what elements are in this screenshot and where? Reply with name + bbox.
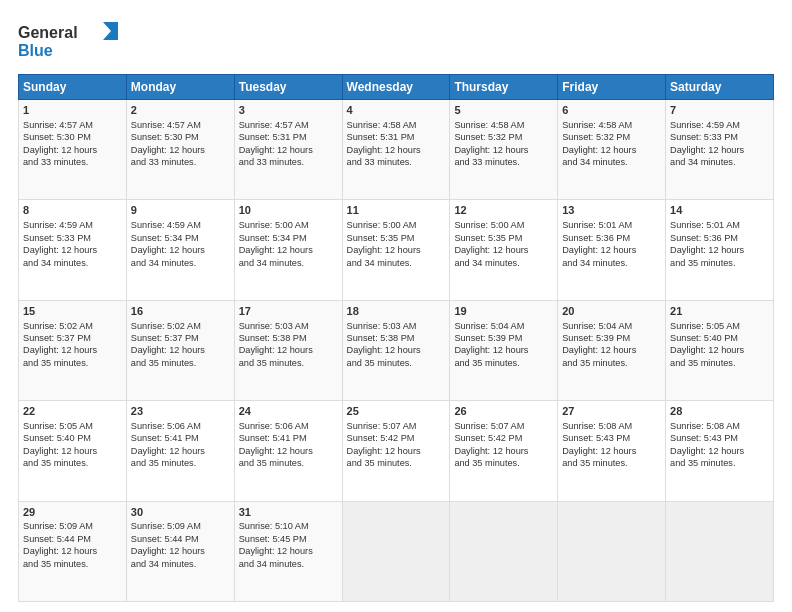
daylight-text: Daylight: 12 hours <box>347 245 421 255</box>
sunset-text: Sunset: 5:39 PM <box>562 333 630 343</box>
daylight-minutes: and 34 minutes. <box>239 559 304 569</box>
daylight-text: Daylight: 12 hours <box>23 446 97 456</box>
sunset-text: Sunset: 5:40 PM <box>670 333 738 343</box>
day-header-tuesday: Tuesday <box>234 75 342 100</box>
sunset-text: Sunset: 5:40 PM <box>23 433 91 443</box>
sunrise-text: Sunrise: 5:07 AM <box>347 421 417 431</box>
sunrise-text: Sunrise: 4:59 AM <box>670 120 740 130</box>
sunset-text: Sunset: 5:42 PM <box>454 433 522 443</box>
sunrise-text: Sunrise: 5:09 AM <box>131 521 201 531</box>
day-number: 24 <box>239 404 338 419</box>
day-number: 1 <box>23 103 122 118</box>
daylight-minutes: and 34 minutes. <box>131 258 196 268</box>
svg-text:General: General <box>18 24 78 41</box>
calendar-cell: 30Sunrise: 5:09 AMSunset: 5:44 PMDayligh… <box>126 501 234 601</box>
day-number: 12 <box>454 203 553 218</box>
sunrise-text: Sunrise: 4:59 AM <box>23 220 93 230</box>
calendar-week-3: 15Sunrise: 5:02 AMSunset: 5:37 PMDayligh… <box>19 300 774 400</box>
daylight-text: Daylight: 12 hours <box>670 446 744 456</box>
sunrise-text: Sunrise: 5:08 AM <box>670 421 740 431</box>
calendar-cell: 24Sunrise: 5:06 AMSunset: 5:41 PMDayligh… <box>234 401 342 501</box>
day-number: 11 <box>347 203 446 218</box>
daylight-minutes: and 35 minutes. <box>23 458 88 468</box>
calendar-cell: 27Sunrise: 5:08 AMSunset: 5:43 PMDayligh… <box>558 401 666 501</box>
day-header-monday: Monday <box>126 75 234 100</box>
day-number: 13 <box>562 203 661 218</box>
daylight-minutes: and 35 minutes. <box>23 358 88 368</box>
daylight-text: Daylight: 12 hours <box>562 345 636 355</box>
daylight-text: Daylight: 12 hours <box>23 245 97 255</box>
sunrise-text: Sunrise: 5:03 AM <box>347 321 417 331</box>
daylight-text: Daylight: 12 hours <box>239 245 313 255</box>
calendar-cell <box>450 501 558 601</box>
daylight-text: Daylight: 12 hours <box>670 145 744 155</box>
sunset-text: Sunset: 5:34 PM <box>131 233 199 243</box>
day-header-sunday: Sunday <box>19 75 127 100</box>
calendar-cell: 11Sunrise: 5:00 AMSunset: 5:35 PMDayligh… <box>342 200 450 300</box>
daylight-minutes: and 35 minutes. <box>562 458 627 468</box>
sunset-text: Sunset: 5:34 PM <box>239 233 307 243</box>
sunset-text: Sunset: 5:33 PM <box>23 233 91 243</box>
calendar-week-2: 8Sunrise: 4:59 AMSunset: 5:33 PMDaylight… <box>19 200 774 300</box>
daylight-text: Daylight: 12 hours <box>454 446 528 456</box>
calendar-cell: 22Sunrise: 5:05 AMSunset: 5:40 PMDayligh… <box>19 401 127 501</box>
sunrise-text: Sunrise: 5:05 AM <box>23 421 93 431</box>
sunrise-text: Sunrise: 4:57 AM <box>239 120 309 130</box>
day-number: 29 <box>23 505 122 520</box>
day-number: 26 <box>454 404 553 419</box>
daylight-minutes: and 33 minutes. <box>454 157 519 167</box>
calendar-cell: 1Sunrise: 4:57 AMSunset: 5:30 PMDaylight… <box>19 100 127 200</box>
calendar-cell: 8Sunrise: 4:59 AMSunset: 5:33 PMDaylight… <box>19 200 127 300</box>
sunrise-text: Sunrise: 4:58 AM <box>347 120 417 130</box>
day-number: 6 <box>562 103 661 118</box>
svg-text:Blue: Blue <box>18 42 53 59</box>
daylight-minutes: and 34 minutes. <box>562 157 627 167</box>
day-number: 22 <box>23 404 122 419</box>
daylight-minutes: and 35 minutes. <box>670 358 735 368</box>
daylight-text: Daylight: 12 hours <box>347 145 421 155</box>
day-number: 4 <box>347 103 446 118</box>
daylight-text: Daylight: 12 hours <box>670 345 744 355</box>
logo-block: General Blue <box>18 18 118 64</box>
calendar-week-5: 29Sunrise: 5:09 AMSunset: 5:44 PMDayligh… <box>19 501 774 601</box>
sunrise-text: Sunrise: 5:04 AM <box>562 321 632 331</box>
daylight-minutes: and 35 minutes. <box>562 358 627 368</box>
calendar-cell: 3Sunrise: 4:57 AMSunset: 5:31 PMDaylight… <box>234 100 342 200</box>
calendar-cell: 19Sunrise: 5:04 AMSunset: 5:39 PMDayligh… <box>450 300 558 400</box>
daylight-minutes: and 35 minutes. <box>131 358 196 368</box>
daylight-text: Daylight: 12 hours <box>454 145 528 155</box>
sunset-text: Sunset: 5:30 PM <box>131 132 199 142</box>
header: General Blue <box>18 18 774 64</box>
day-number: 16 <box>131 304 230 319</box>
day-number: 27 <box>562 404 661 419</box>
sunrise-text: Sunrise: 5:02 AM <box>23 321 93 331</box>
calendar-week-4: 22Sunrise: 5:05 AMSunset: 5:40 PMDayligh… <box>19 401 774 501</box>
calendar-cell: 7Sunrise: 4:59 AMSunset: 5:33 PMDaylight… <box>666 100 774 200</box>
day-number: 18 <box>347 304 446 319</box>
logo: General Blue <box>18 18 118 64</box>
day-number: 23 <box>131 404 230 419</box>
sunrise-text: Sunrise: 4:57 AM <box>131 120 201 130</box>
calendar-cell: 12Sunrise: 5:00 AMSunset: 5:35 PMDayligh… <box>450 200 558 300</box>
calendar-cell: 13Sunrise: 5:01 AMSunset: 5:36 PMDayligh… <box>558 200 666 300</box>
sunset-text: Sunset: 5:35 PM <box>454 233 522 243</box>
daylight-text: Daylight: 12 hours <box>239 446 313 456</box>
daylight-text: Daylight: 12 hours <box>454 345 528 355</box>
daylight-minutes: and 35 minutes. <box>454 458 519 468</box>
sunset-text: Sunset: 5:36 PM <box>670 233 738 243</box>
daylight-minutes: and 34 minutes. <box>670 157 735 167</box>
daylight-text: Daylight: 12 hours <box>131 546 205 556</box>
calendar-cell: 16Sunrise: 5:02 AMSunset: 5:37 PMDayligh… <box>126 300 234 400</box>
daylight-minutes: and 34 minutes. <box>347 258 412 268</box>
sunrise-text: Sunrise: 5:01 AM <box>670 220 740 230</box>
sunrise-text: Sunrise: 5:08 AM <box>562 421 632 431</box>
daylight-text: Daylight: 12 hours <box>562 245 636 255</box>
calendar-cell: 10Sunrise: 5:00 AMSunset: 5:34 PMDayligh… <box>234 200 342 300</box>
sunrise-text: Sunrise: 5:04 AM <box>454 321 524 331</box>
daylight-text: Daylight: 12 hours <box>131 145 205 155</box>
calendar-cell <box>558 501 666 601</box>
daylight-minutes: and 35 minutes. <box>239 458 304 468</box>
daylight-text: Daylight: 12 hours <box>23 546 97 556</box>
daylight-text: Daylight: 12 hours <box>562 145 636 155</box>
sunset-text: Sunset: 5:38 PM <box>239 333 307 343</box>
